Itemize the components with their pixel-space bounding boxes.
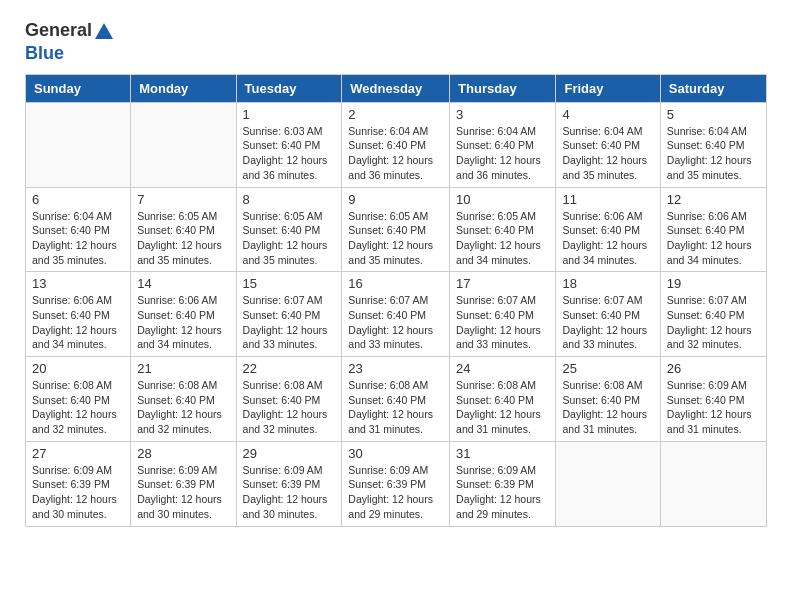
cell-info: Sunrise: 6:07 AMSunset: 6:40 PMDaylight:… <box>243 293 336 352</box>
day-number: 31 <box>456 446 549 461</box>
svg-marker-0 <box>95 23 113 39</box>
day-of-week-header: Sunday <box>26 74 131 102</box>
calendar-cell: 14Sunrise: 6:06 AMSunset: 6:40 PMDayligh… <box>131 272 236 357</box>
cell-info: Sunrise: 6:06 AMSunset: 6:40 PMDaylight:… <box>667 209 760 268</box>
day-number: 5 <box>667 107 760 122</box>
day-number: 22 <box>243 361 336 376</box>
cell-info: Sunrise: 6:05 AMSunset: 6:40 PMDaylight:… <box>348 209 443 268</box>
calendar-cell: 30Sunrise: 6:09 AMSunset: 6:39 PMDayligh… <box>342 441 450 526</box>
calendar-cell: 9Sunrise: 6:05 AMSunset: 6:40 PMDaylight… <box>342 187 450 272</box>
day-number: 19 <box>667 276 760 291</box>
logo: General Blue <box>25 20 116 64</box>
page-header: General Blue <box>10 10 782 69</box>
cell-info: Sunrise: 6:04 AMSunset: 6:40 PMDaylight:… <box>562 124 653 183</box>
calendar-cell: 26Sunrise: 6:09 AMSunset: 6:40 PMDayligh… <box>660 357 766 442</box>
day-of-week-header: Thursday <box>450 74 556 102</box>
calendar-cell: 12Sunrise: 6:06 AMSunset: 6:40 PMDayligh… <box>660 187 766 272</box>
day-number: 29 <box>243 446 336 461</box>
cell-info: Sunrise: 6:09 AMSunset: 6:39 PMDaylight:… <box>348 463 443 522</box>
calendar-table: SundayMondayTuesdayWednesdayThursdayFrid… <box>25 74 767 527</box>
cell-info: Sunrise: 6:08 AMSunset: 6:40 PMDaylight:… <box>32 378 124 437</box>
cell-info: Sunrise: 6:09 AMSunset: 6:39 PMDaylight:… <box>137 463 229 522</box>
cell-info: Sunrise: 6:03 AMSunset: 6:40 PMDaylight:… <box>243 124 336 183</box>
calendar-cell: 24Sunrise: 6:08 AMSunset: 6:40 PMDayligh… <box>450 357 556 442</box>
calendar-cell: 23Sunrise: 6:08 AMSunset: 6:40 PMDayligh… <box>342 357 450 442</box>
cell-info: Sunrise: 6:08 AMSunset: 6:40 PMDaylight:… <box>243 378 336 437</box>
cell-info: Sunrise: 6:09 AMSunset: 6:40 PMDaylight:… <box>667 378 760 437</box>
day-number: 14 <box>137 276 229 291</box>
calendar-body: 1Sunrise: 6:03 AMSunset: 6:40 PMDaylight… <box>26 102 767 526</box>
day-number: 30 <box>348 446 443 461</box>
cell-info: Sunrise: 6:04 AMSunset: 6:40 PMDaylight:… <box>456 124 549 183</box>
day-number: 7 <box>137 192 229 207</box>
cell-info: Sunrise: 6:09 AMSunset: 6:39 PMDaylight:… <box>243 463 336 522</box>
calendar-cell: 11Sunrise: 6:06 AMSunset: 6:40 PMDayligh… <box>556 187 660 272</box>
day-number: 25 <box>562 361 653 376</box>
day-number: 1 <box>243 107 336 122</box>
calendar-week-row: 1Sunrise: 6:03 AMSunset: 6:40 PMDaylight… <box>26 102 767 187</box>
cell-info: Sunrise: 6:07 AMSunset: 6:40 PMDaylight:… <box>348 293 443 352</box>
day-number: 4 <box>562 107 653 122</box>
day-number: 18 <box>562 276 653 291</box>
cell-info: Sunrise: 6:07 AMSunset: 6:40 PMDaylight:… <box>456 293 549 352</box>
day-number: 28 <box>137 446 229 461</box>
day-of-week-header: Monday <box>131 74 236 102</box>
day-number: 10 <box>456 192 549 207</box>
calendar-cell: 3Sunrise: 6:04 AMSunset: 6:40 PMDaylight… <box>450 102 556 187</box>
day-number: 8 <box>243 192 336 207</box>
calendar-cell: 4Sunrise: 6:04 AMSunset: 6:40 PMDaylight… <box>556 102 660 187</box>
calendar-cell: 28Sunrise: 6:09 AMSunset: 6:39 PMDayligh… <box>131 441 236 526</box>
calendar-cell: 2Sunrise: 6:04 AMSunset: 6:40 PMDaylight… <box>342 102 450 187</box>
day-number: 2 <box>348 107 443 122</box>
calendar-cell: 22Sunrise: 6:08 AMSunset: 6:40 PMDayligh… <box>236 357 342 442</box>
cell-info: Sunrise: 6:08 AMSunset: 6:40 PMDaylight:… <box>456 378 549 437</box>
logo-icon <box>93 21 115 43</box>
cell-info: Sunrise: 6:09 AMSunset: 6:39 PMDaylight:… <box>456 463 549 522</box>
cell-info: Sunrise: 6:05 AMSunset: 6:40 PMDaylight:… <box>137 209 229 268</box>
calendar-cell: 31Sunrise: 6:09 AMSunset: 6:39 PMDayligh… <box>450 441 556 526</box>
cell-info: Sunrise: 6:06 AMSunset: 6:40 PMDaylight:… <box>137 293 229 352</box>
logo-blue: Blue <box>25 43 64 63</box>
day-of-week-header: Tuesday <box>236 74 342 102</box>
calendar-cell <box>26 102 131 187</box>
calendar-cell: 27Sunrise: 6:09 AMSunset: 6:39 PMDayligh… <box>26 441 131 526</box>
calendar-cell: 25Sunrise: 6:08 AMSunset: 6:40 PMDayligh… <box>556 357 660 442</box>
day-number: 11 <box>562 192 653 207</box>
calendar-cell: 7Sunrise: 6:05 AMSunset: 6:40 PMDaylight… <box>131 187 236 272</box>
logo-text: General Blue <box>25 20 116 64</box>
day-number: 6 <box>32 192 124 207</box>
calendar-cell: 19Sunrise: 6:07 AMSunset: 6:40 PMDayligh… <box>660 272 766 357</box>
calendar-cell: 15Sunrise: 6:07 AMSunset: 6:40 PMDayligh… <box>236 272 342 357</box>
cell-info: Sunrise: 6:08 AMSunset: 6:40 PMDaylight:… <box>562 378 653 437</box>
calendar-cell: 18Sunrise: 6:07 AMSunset: 6:40 PMDayligh… <box>556 272 660 357</box>
cell-info: Sunrise: 6:05 AMSunset: 6:40 PMDaylight:… <box>243 209 336 268</box>
calendar-cell: 1Sunrise: 6:03 AMSunset: 6:40 PMDaylight… <box>236 102 342 187</box>
day-number: 27 <box>32 446 124 461</box>
cell-info: Sunrise: 6:04 AMSunset: 6:40 PMDaylight:… <box>32 209 124 268</box>
cell-info: Sunrise: 6:08 AMSunset: 6:40 PMDaylight:… <box>348 378 443 437</box>
day-number: 13 <box>32 276 124 291</box>
calendar-cell: 6Sunrise: 6:04 AMSunset: 6:40 PMDaylight… <box>26 187 131 272</box>
day-of-week-header: Saturday <box>660 74 766 102</box>
calendar-cell <box>131 102 236 187</box>
day-number: 15 <box>243 276 336 291</box>
day-number: 20 <box>32 361 124 376</box>
day-number: 16 <box>348 276 443 291</box>
day-number: 9 <box>348 192 443 207</box>
cell-info: Sunrise: 6:04 AMSunset: 6:40 PMDaylight:… <box>348 124 443 183</box>
day-number: 21 <box>137 361 229 376</box>
calendar-cell: 17Sunrise: 6:07 AMSunset: 6:40 PMDayligh… <box>450 272 556 357</box>
calendar-cell: 13Sunrise: 6:06 AMSunset: 6:40 PMDayligh… <box>26 272 131 357</box>
cell-info: Sunrise: 6:08 AMSunset: 6:40 PMDaylight:… <box>137 378 229 437</box>
calendar-cell: 29Sunrise: 6:09 AMSunset: 6:39 PMDayligh… <box>236 441 342 526</box>
calendar-cell: 21Sunrise: 6:08 AMSunset: 6:40 PMDayligh… <box>131 357 236 442</box>
day-number: 17 <box>456 276 549 291</box>
cell-info: Sunrise: 6:07 AMSunset: 6:40 PMDaylight:… <box>667 293 760 352</box>
day-number: 12 <box>667 192 760 207</box>
day-number: 3 <box>456 107 549 122</box>
calendar-week-row: 27Sunrise: 6:09 AMSunset: 6:39 PMDayligh… <box>26 441 767 526</box>
day-of-week-header: Friday <box>556 74 660 102</box>
calendar-week-row: 13Sunrise: 6:06 AMSunset: 6:40 PMDayligh… <box>26 272 767 357</box>
day-number: 24 <box>456 361 549 376</box>
calendar-cell: 20Sunrise: 6:08 AMSunset: 6:40 PMDayligh… <box>26 357 131 442</box>
